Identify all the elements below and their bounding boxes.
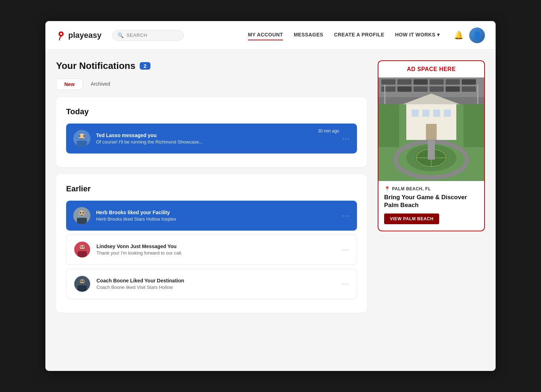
notification-content: Lindsey Vonn Just Messaged You Thank you… xyxy=(96,243,336,256)
logo-icon xyxy=(56,30,66,40)
bell-icon[interactable]: 🔔 xyxy=(454,31,463,40)
svg-point-1 xyxy=(60,33,62,35)
avatar xyxy=(74,275,91,292)
notification-options-button[interactable]: ··· xyxy=(342,212,350,220)
tab-archived[interactable]: Archived xyxy=(83,79,118,90)
notification-subtitle: Thank you! I'm looking forward to our ca… xyxy=(96,250,336,256)
tabs: New Archived xyxy=(56,79,367,90)
page-header: Your Notifications 2 xyxy=(56,60,367,71)
ad-location: 📍 PALM BEACH, FL xyxy=(384,186,478,192)
svg-rect-32 xyxy=(413,86,428,92)
today-title: Today xyxy=(66,107,357,116)
notification-title: Herb Brooks liked your Facility xyxy=(96,210,337,215)
ad-image xyxy=(378,77,484,181)
search-bar[interactable]: 🔍 xyxy=(112,30,184,41)
earlier-title: Earlier xyxy=(66,184,357,194)
svg-rect-14 xyxy=(78,251,87,257)
location-pin-icon: 📍 xyxy=(384,186,390,192)
notification-title: Coach Boone Liked Your Destination xyxy=(96,278,336,283)
svg-point-6 xyxy=(83,135,85,137)
svg-rect-31 xyxy=(397,86,412,92)
svg-point-13 xyxy=(80,245,85,250)
notification-options-button[interactable]: ··· xyxy=(342,280,349,288)
earlier-section: Earlier Herb Brooks xyxy=(56,174,367,313)
tab-new[interactable]: New xyxy=(56,79,83,90)
notification-title: Ted Lasso messaged you xyxy=(96,132,337,138)
today-section: Today T xyxy=(56,97,367,167)
ad-description: Bring Your Game & Discover Palm Beach xyxy=(384,194,478,209)
svg-rect-4 xyxy=(77,141,87,147)
svg-rect-43 xyxy=(433,110,440,117)
content-area: Your Notifications 2 New Archived Today xyxy=(56,60,367,320)
page-title: Your Notifications xyxy=(56,60,135,71)
logo[interactable]: playeasy xyxy=(56,30,101,40)
svg-point-5 xyxy=(79,135,80,137)
svg-point-21 xyxy=(83,281,84,282)
svg-rect-38 xyxy=(463,104,484,147)
svg-point-11 xyxy=(83,212,84,213)
avatar xyxy=(74,241,91,258)
svg-rect-44 xyxy=(444,110,451,117)
notification-item[interactable]: Lindsey Vonn Just Messaged You Thank you… xyxy=(66,234,357,265)
svg-point-16 xyxy=(83,246,84,248)
notification-options-button[interactable]: ··· xyxy=(342,135,350,142)
svg-rect-52 xyxy=(428,140,435,160)
svg-rect-33 xyxy=(430,86,444,92)
avatar xyxy=(73,130,90,147)
main-nav: MY ACCOUNT MESSAGES CREATE A PROFILE HOW… xyxy=(248,32,440,39)
svg-point-20 xyxy=(80,281,82,282)
svg-rect-30 xyxy=(381,86,396,92)
svg-rect-34 xyxy=(446,86,460,92)
notification-content: Coach Boone Liked Your Destination Coach… xyxy=(96,278,336,290)
ad-cta-button[interactable]: VIEW PALM BEACH xyxy=(384,213,439,224)
notification-title: Lindsey Vonn Just Messaged You xyxy=(96,243,336,249)
ad-info: 📍 PALM BEACH, FL Bring Your Game & Disco… xyxy=(378,181,484,231)
svg-rect-35 xyxy=(462,86,476,92)
notification-options-button[interactable]: ··· xyxy=(342,246,349,253)
svg-rect-28 xyxy=(446,79,460,85)
nav-how-it-works[interactable]: HOW IT WORKS ▾ xyxy=(395,32,440,39)
svg-point-10 xyxy=(80,212,81,213)
main-content: Your Notifications 2 New Archived Today xyxy=(45,50,496,331)
search-icon: 🔍 xyxy=(118,32,124,38)
svg-rect-19 xyxy=(78,286,87,292)
svg-rect-41 xyxy=(412,110,419,117)
header: playeasy 🔍 MY ACCOUNT MESSAGES CREATE A … xyxy=(45,21,496,50)
notification-item[interactable]: Herb Brooks liked your Facility Herb Bro… xyxy=(66,201,357,231)
notification-badge: 2 xyxy=(140,62,150,70)
search-input[interactable] xyxy=(126,32,173,38)
svg-point-18 xyxy=(80,279,85,284)
user-avatar[interactable]: 👤 xyxy=(469,27,485,43)
svg-rect-25 xyxy=(397,79,412,85)
notification-item[interactable]: Ted Lasso messaged you Of course! I'll b… xyxy=(66,124,357,154)
svg-rect-42 xyxy=(422,110,430,117)
nav-create-profile[interactable]: CREATE A PROFILE xyxy=(334,32,384,39)
avatar xyxy=(73,207,90,224)
ad-location-text: PALM BEACH, FL xyxy=(392,186,431,191)
svg-rect-24 xyxy=(381,79,396,85)
ad-title: AD SPACE HERE xyxy=(378,61,484,77)
notification-content: Herb Brooks liked your Facility Herb Bro… xyxy=(96,210,337,222)
ad-card: AD SPACE HERE xyxy=(378,60,485,231)
notification-content: Ted Lasso messaged you Of course! I'll b… xyxy=(96,132,337,145)
notification-subtitle: Of course! I'll be running the Richmond … xyxy=(96,139,337,145)
notification-subtitle: Coach Boone liked Visit Stars Hollow xyxy=(96,285,336,290)
svg-rect-45 xyxy=(426,124,437,140)
svg-rect-29 xyxy=(462,79,476,85)
notification-item[interactable]: Coach Boone Liked Your Destination Coach… xyxy=(66,268,357,299)
notification-time: 30 min ago xyxy=(318,129,339,134)
logo-text: playeasy xyxy=(68,31,101,40)
nav-messages[interactable]: MESSAGES xyxy=(294,32,323,39)
svg-rect-26 xyxy=(413,79,428,85)
nav-my-account[interactable]: MY ACCOUNT xyxy=(248,32,283,39)
header-icons: 🔔 👤 xyxy=(454,27,485,43)
svg-point-15 xyxy=(80,246,82,248)
chevron-down-icon: ▾ xyxy=(437,32,440,37)
svg-rect-9 xyxy=(77,218,87,224)
notification-subtitle: Herb Brooks liked Stars Hollow Iceplex xyxy=(96,216,337,222)
svg-rect-37 xyxy=(378,104,399,147)
svg-rect-27 xyxy=(430,79,444,85)
sidebar: AD SPACE HERE xyxy=(378,60,485,320)
